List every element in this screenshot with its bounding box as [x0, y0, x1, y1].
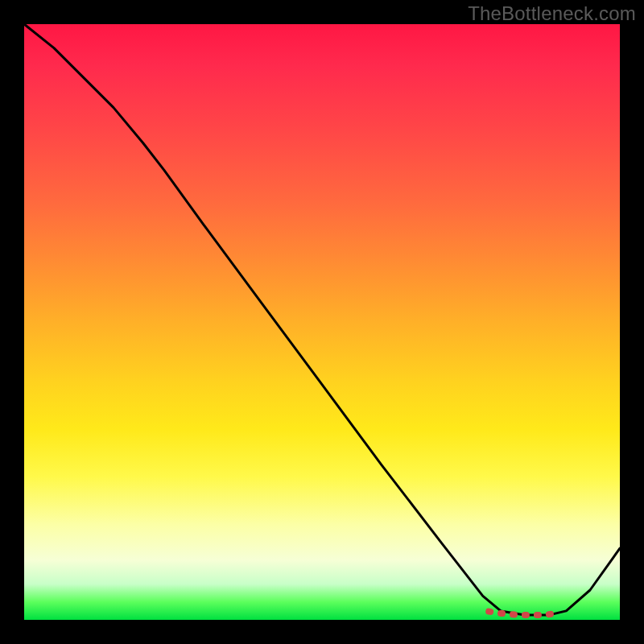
optimal-range-marker: [489, 612, 560, 616]
plot-area: [24, 24, 620, 620]
plot-svg: [24, 24, 620, 620]
watermark-text: TheBottleneck.com: [468, 2, 636, 25]
bottleneck-curve: [24, 24, 620, 615]
chart-frame: TheBottleneck.com: [0, 0, 644, 644]
